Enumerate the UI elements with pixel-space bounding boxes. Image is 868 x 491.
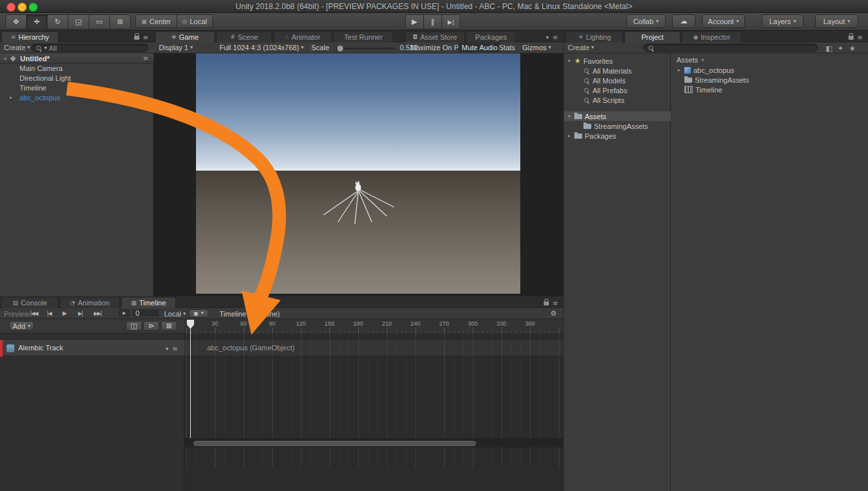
frame-field[interactable]: 0 (133, 309, 159, 316)
hierarchy-item-main-camera[interactable]: Main Camera (20, 63, 63, 73)
asset-timeline[interactable]: Timeline (684, 85, 722, 94)
chevron-down-icon[interactable]: ▾ (166, 346, 169, 352)
ruler-label: 300 (468, 320, 477, 327)
play-button[interactable]: ▶ (405, 14, 424, 29)
time-mode-dropdown[interactable]: Local ▾ (164, 310, 186, 318)
favorite-all-models[interactable]: All Models (583, 76, 626, 85)
project-search-input[interactable] (643, 44, 818, 52)
streamingassets-folder[interactable]: StreamingAssets (583, 121, 648, 131)
tab-console[interactable]: ▤ Console (1, 297, 59, 308)
breadcrumb[interactable]: Assets ▸ (677, 55, 706, 64)
tab-packages[interactable]: Packages (466, 31, 516, 42)
pane-menu-icon[interactable]: ≡ (553, 300, 558, 307)
asset-streamingassets[interactable]: StreamingAssets (684, 75, 749, 85)
rect-tool-button[interactable]: ▭ (89, 14, 110, 29)
hscrollbar-thumb[interactable] (193, 441, 476, 446)
goto-end-button[interactable]: ▶▶| (94, 311, 102, 316)
foldout-icon[interactable]: ▸ (677, 67, 682, 73)
layers-dropdown[interactable]: Layers ▾ (762, 14, 804, 28)
pane-menu-icon[interactable]: ≡ (553, 34, 558, 41)
preview-toggle[interactable]: Preview (4, 310, 29, 318)
move-tool-button[interactable]: ✛ (26, 14, 48, 29)
pause-button[interactable]: ‖ (423, 14, 442, 29)
mix-mode-button[interactable]: ◫ (126, 321, 142, 331)
tab-scene[interactable]: # Scene (216, 31, 272, 42)
step-button[interactable]: ▶| (441, 14, 460, 29)
play-range-toggle[interactable]: ▶ (119, 309, 130, 316)
tab-game[interactable]: ❖ Game (155, 31, 215, 42)
foldout-icon[interactable]: ▾ (567, 113, 572, 119)
foldout-icon[interactable]: ▾ (567, 58, 572, 64)
alembic-track-header[interactable]: Alembic Track ▾ ≡ (0, 339, 184, 356)
track-menu-icon[interactable]: ≡ (173, 345, 178, 352)
tab-hierarchy[interactable]: ≡ Hierarchy (1, 31, 59, 42)
tab-animation[interactable]: ◔ Animation (60, 297, 120, 308)
transform-tool-button[interactable]: ⊞ (109, 14, 131, 29)
alembic-track-lane[interactable]: abc_octopus (GameObject) (184, 339, 563, 356)
collab-dropdown[interactable]: Collab ▾ (626, 14, 665, 28)
layout-dropdown[interactable]: Layout ▾ (815, 14, 858, 28)
account-dropdown[interactable]: Account ▾ (702, 14, 745, 28)
pivot-mode-button[interactable]: ▣ Center (135, 14, 177, 28)
tab-timeline[interactable]: ▦ Timeline (121, 297, 176, 308)
display-dropdown[interactable]: Display 1 ▾ (159, 44, 193, 51)
favorite-all-materials[interactable]: All Materials (583, 66, 632, 76)
search-by-type-icon[interactable]: ◧ (826, 44, 832, 53)
scene-header[interactable]: ▾ Untitled* ≡ (0, 53, 154, 64)
hierarchy-item-abc-octopus[interactable]: ▸ abc_octopus (8, 92, 60, 102)
lock-icon[interactable] (544, 302, 549, 305)
tab-lighting[interactable]: ☀ Lighting (566, 31, 623, 42)
project-create-dropdown[interactable]: Create ▾ (568, 44, 594, 51)
pane-menu-icon[interactable]: ≡ (143, 34, 148, 41)
tab-project[interactable]: Project (624, 31, 680, 42)
space-mode-button[interactable]: ◎ Local (176, 14, 213, 28)
lock-icon[interactable] (848, 36, 854, 40)
hierarchy-item-timeline[interactable]: Timeline (20, 83, 46, 92)
next-frame-button[interactable]: ▶| (78, 311, 83, 316)
chevron-down-icon[interactable]: ▾ (546, 35, 549, 40)
gizmos-dropdown[interactable]: Gizmos ▾ (522, 44, 551, 51)
goto-start-button[interactable]: |◀◀ (30, 311, 38, 316)
tab-test-runner[interactable]: Test Runner (333, 31, 393, 42)
foldout-icon[interactable]: ▾ (3, 56, 8, 62)
playhead-line[interactable] (190, 328, 191, 438)
assets-folder[interactable]: ▾ Assets (567, 111, 606, 121)
create-dropdown[interactable]: Create ▾ (4, 44, 30, 51)
lock-icon[interactable] (134, 36, 139, 40)
hierarchy-item-directional-light[interactable]: Directional Light (20, 73, 71, 83)
director-dropdown[interactable]: ▣ ▾ (189, 309, 208, 318)
pane-menu-icon[interactable]: ≡ (858, 34, 863, 41)
favorite-all-prefabs[interactable]: All Prefabs (583, 85, 627, 95)
mute-audio-toggle[interactable]: Mute Audio (458, 42, 501, 52)
tab-animator[interactable]: ∴ Animator (273, 31, 332, 42)
packages-folder[interactable]: ▸ Packages (567, 131, 616, 141)
stats-toggle[interactable]: Stats (499, 44, 515, 51)
timeline-ruler[interactable]: 30 60 90 120 150 180 210 240 270 300 330… (184, 319, 563, 333)
chevron-down-icon: ▾ (548, 45, 551, 50)
scale-slider-thumb[interactable] (337, 46, 343, 51)
aspect-dropdown[interactable]: Full 1024 4:3 (1024x768) ▾ (219, 44, 303, 51)
ripple-mode-button[interactable]: ⊳ (143, 321, 160, 331)
cloud-services-button[interactable]: ☁ (672, 14, 695, 28)
foldout-icon[interactable]: ▸ (8, 94, 14, 100)
scale-slider-track[interactable] (336, 48, 395, 49)
timeline-play-button[interactable]: ▶ (63, 310, 66, 316)
rotate-tool-button[interactable]: ↻ (47, 14, 68, 29)
favorites-filter-icon[interactable]: ★ (849, 44, 856, 53)
scale-tool-button[interactable]: ◲ (68, 14, 89, 29)
previous-frame-button[interactable]: |◀ (47, 311, 51, 316)
search-by-label-icon[interactable]: ✦ (837, 44, 843, 53)
asset-abc-octopus[interactable]: ▸ abc_octopus (677, 65, 734, 75)
hierarchy-search-input[interactable]: ▾ All (31, 44, 148, 52)
add-track-button[interactable]: Add ▾ (9, 321, 34, 331)
favorite-all-scripts[interactable]: All Scripts (583, 95, 624, 105)
scene-menu-icon[interactable]: ≡ (143, 55, 148, 62)
replace-mode-button[interactable]: ⊠ (161, 321, 177, 331)
favorites-root[interactable]: ▾ ★ Favorites (567, 56, 613, 66)
hand-tool-button[interactable]: ✥ (5, 14, 27, 29)
gear-icon[interactable]: ⚙ (550, 309, 557, 318)
tab-asset-store[interactable]: ◘ Asset Store (405, 31, 465, 42)
track-color-strip (0, 340, 3, 357)
tab-inspector[interactable]: ◉ Inspector (682, 31, 742, 42)
foldout-icon[interactable]: ▸ (567, 133, 572, 139)
